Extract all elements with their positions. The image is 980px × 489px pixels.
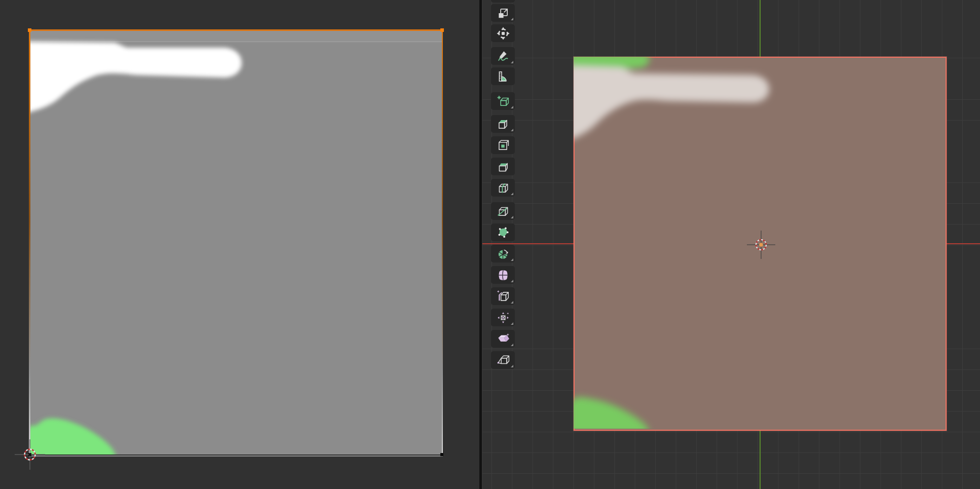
- annotate-icon: [497, 50, 510, 63]
- tool-scale[interactable]: [491, 4, 515, 22]
- tool-smooth[interactable]: [491, 266, 515, 284]
- texture-canvas[interactable]: [30, 30, 442, 455]
- tool-spin[interactable]: [491, 245, 515, 262]
- tool-edge-slide[interactable]: [491, 287, 515, 305]
- tool-transform[interactable]: [491, 24, 515, 42]
- uv-image-editor-pane[interactable]: [0, 0, 479, 489]
- uv-edge-top: [29, 29, 443, 31]
- scale-icon: [497, 7, 510, 20]
- canvas-paint-layer: [30, 30, 442, 455]
- uv-edge-bottom: [29, 455, 443, 456]
- tool-poly-build[interactable]: [491, 223, 515, 241]
- blender-workspace: [0, 0, 980, 489]
- uv-vertex-top-right[interactable]: [440, 28, 444, 32]
- shear-icon: [497, 332, 510, 346]
- knife-icon: [497, 205, 510, 218]
- tool-knife[interactable]: [491, 202, 515, 220]
- tool-measure[interactable]: [491, 67, 515, 85]
- inset-faces-icon: [497, 139, 510, 152]
- cursor-2d-icon[interactable]: [8, 432, 52, 477]
- poly-build-icon: [497, 226, 510, 239]
- loop-cut-icon: [497, 181, 510, 195]
- tool-bevel[interactable]: [491, 158, 515, 175]
- white-paint-stroke: [30, 42, 242, 114]
- viewport-3d-pane[interactable]: [482, 0, 980, 489]
- tool-extrude-region[interactable]: [491, 115, 515, 133]
- shrink-fatten-icon: [497, 311, 510, 324]
- tool-rotate-clipped[interactable]: [491, 0, 515, 3]
- bevel-icon: [497, 160, 510, 173]
- transform-icon: [497, 27, 510, 40]
- cursor-3d-icon[interactable]: [739, 222, 783, 267]
- rip-region-icon: [497, 354, 510, 367]
- uv-edge-left: [29, 30, 30, 455]
- plane-object[interactable]: [574, 57, 947, 431]
- object-origin-dot: [759, 243, 763, 247]
- uv-vertex-top-left[interactable]: [28, 28, 31, 32]
- tool-inset-faces[interactable]: [491, 136, 515, 154]
- uv-edge-right: [442, 30, 443, 455]
- uv-vertex-bottom-right[interactable]: [440, 453, 443, 456]
- spin-icon: [497, 247, 510, 260]
- tool-add-cube[interactable]: [491, 92, 515, 110]
- edge-slide-icon: [497, 290, 510, 303]
- tool-rip-region[interactable]: [491, 351, 515, 369]
- extrude-region-icon: [497, 118, 510, 131]
- tool-loop-cut[interactable]: [491, 179, 515, 197]
- smooth-icon: [497, 269, 510, 282]
- tool-shear[interactable]: [491, 330, 515, 348]
- tool-annotate[interactable]: [491, 47, 515, 65]
- measure-icon: [497, 70, 510, 83]
- tool-shrink-fatten[interactable]: [491, 309, 515, 326]
- add-cube-icon: [497, 95, 510, 108]
- plane-white-paint-stroke: [574, 66, 769, 140]
- plane-green-patch-bottom: [574, 397, 649, 429]
